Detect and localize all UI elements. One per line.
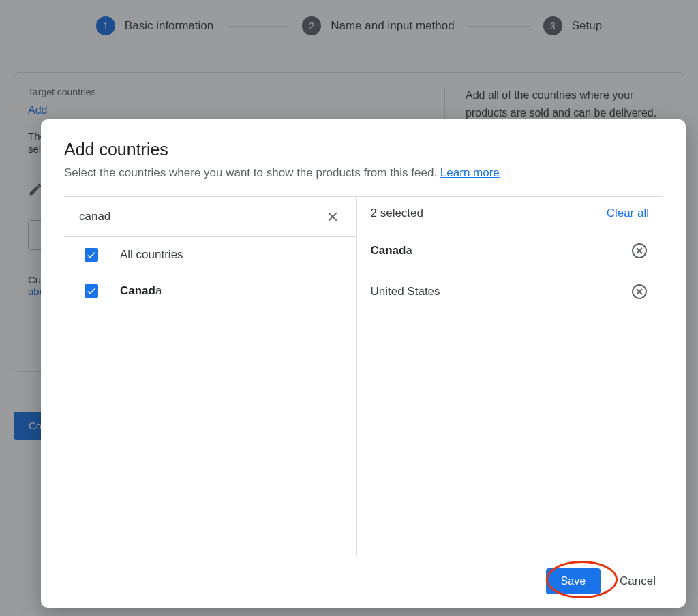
search-row: [64, 197, 356, 237]
selected-item-us: United States: [371, 271, 663, 312]
selected-label: United States: [371, 285, 440, 298]
selected-count: 2 selected: [371, 206, 424, 220]
match-text: Canad: [371, 244, 406, 257]
modal-body: All countries Canada 2 selected Clear al…: [64, 196, 663, 557]
option-all-countries[interactable]: All countries: [64, 237, 356, 273]
add-countries-modal: Add countries Select the countries where…: [41, 119, 686, 608]
learn-more-link[interactable]: Learn more: [440, 166, 500, 179]
modal-title: Add countries: [64, 140, 663, 159]
checkbox-checked-icon[interactable]: [85, 284, 98, 298]
rest-text: United States: [371, 285, 440, 298]
close-icon: [325, 209, 340, 224]
remove-circle-icon: [631, 283, 648, 300]
option-label: Canada: [120, 284, 162, 298]
remove-canada-button[interactable]: [630, 241, 649, 260]
modal-subtitle: Select the countries where you want to s…: [64, 166, 663, 180]
remove-us-button[interactable]: [630, 282, 649, 301]
modal-footer: Save Cancel: [64, 557, 663, 594]
selected-label: Canada: [371, 244, 412, 258]
rest-text: a: [406, 244, 412, 257]
save-button[interactable]: Save: [546, 568, 601, 594]
country-search-input[interactable]: [79, 210, 322, 224]
cancel-button[interactable]: Cancel: [620, 574, 656, 588]
selected-panel: 2 selected Clear all Canada United State…: [357, 197, 663, 557]
option-canada[interactable]: Canada: [64, 273, 356, 309]
rest-text: a: [155, 284, 162, 297]
checkbox-checked-icon[interactable]: [85, 248, 98, 262]
selected-item-canada: Canada: [371, 230, 663, 271]
clear-all-button[interactable]: Clear all: [607, 206, 649, 220]
remove-circle-icon: [631, 243, 648, 259]
match-text: Canad: [120, 284, 155, 297]
subtitle-text: Select the countries where you want to s…: [64, 166, 440, 179]
search-panel: All countries Canada: [64, 197, 357, 557]
selected-header: 2 selected Clear all: [371, 197, 663, 230]
clear-search-button[interactable]: [322, 206, 343, 227]
option-label: All countries: [120, 248, 183, 262]
